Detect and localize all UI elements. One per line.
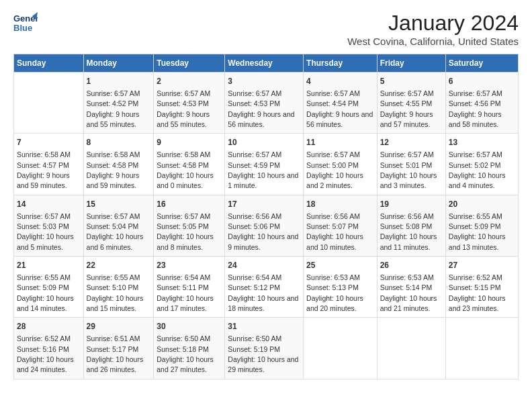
table-row: 20Sunrise: 6:55 AMSunset: 5:09 PMDayligh…	[445, 195, 518, 256]
sunset-text: Sunset: 5:17 PM	[87, 345, 139, 353]
sunrise-text: Sunrise: 6:54 AM	[157, 273, 210, 281]
sunset-text: Sunset: 5:05 PM	[157, 222, 209, 230]
sunrise-text: Sunrise: 6:52 AM	[449, 273, 502, 281]
daylight-text: Daylight: 9 hours and 55 minutes.	[87, 110, 140, 128]
sunrise-text: Sunrise: 6:57 AM	[380, 150, 434, 158]
sunset-text: Sunset: 4:53 PM	[228, 99, 280, 107]
sunrise-text: Sunrise: 6:55 AM	[449, 212, 502, 220]
day-number: 20	[449, 199, 515, 210]
sunset-text: Sunset: 5:03 PM	[17, 222, 69, 230]
table-row: 19Sunrise: 6:56 AMSunset: 5:08 PMDayligh…	[377, 195, 445, 256]
table-row: 14Sunrise: 6:57 AMSunset: 5:03 PMDayligh…	[14, 195, 84, 256]
daylight-text: Daylight: 9 hours and 56 minutes.	[228, 110, 294, 128]
day-number: 16	[157, 199, 222, 210]
sunrise-text: Sunrise: 6:57 AM	[157, 212, 210, 220]
sunrise-text: Sunrise: 6:56 AM	[306, 212, 360, 220]
sunrise-text: Sunrise: 6:55 AM	[87, 273, 140, 281]
daylight-text: Daylight: 9 hours and 57 minutes.	[380, 110, 433, 128]
daylight-text: Daylight: 10 hours and 27 minutes.	[157, 355, 214, 373]
day-number: 26	[380, 260, 443, 271]
sunrise-text: Sunrise: 6:58 AM	[157, 150, 210, 158]
sunset-text: Sunset: 4:57 PM	[17, 161, 69, 169]
sunset-text: Sunset: 4:56 PM	[449, 99, 501, 107]
sunrise-text: Sunrise: 6:57 AM	[306, 150, 360, 158]
table-row: 7Sunrise: 6:58 AMSunset: 4:57 PMDaylight…	[14, 134, 84, 195]
daylight-text: Daylight: 10 hours and 23 minutes.	[449, 294, 506, 312]
table-row: 25Sunrise: 6:53 AMSunset: 5:13 PMDayligh…	[304, 257, 378, 318]
table-row: 9Sunrise: 6:58 AMSunset: 4:58 PMDaylight…	[154, 134, 225, 195]
day-number: 30	[157, 321, 222, 332]
daylight-text: Daylight: 10 hours and 11 minutes.	[380, 232, 437, 250]
daylight-text: Daylight: 10 hours and 1 minute.	[228, 171, 298, 189]
daylight-text: Daylight: 9 hours and 59 minutes.	[17, 171, 70, 189]
sunset-text: Sunset: 5:07 PM	[306, 222, 359, 230]
daylight-text: Daylight: 10 hours and 13 minutes.	[449, 232, 506, 250]
day-number: 29	[87, 321, 151, 332]
day-number: 23	[157, 260, 222, 271]
day-number: 14	[17, 199, 81, 210]
daylight-text: Daylight: 10 hours and 8 minutes.	[157, 232, 214, 250]
day-number: 19	[380, 199, 443, 210]
day-number: 7	[17, 137, 81, 148]
table-row: 27Sunrise: 6:52 AMSunset: 5:15 PMDayligh…	[445, 257, 518, 318]
table-row: 29Sunrise: 6:51 AMSunset: 5:17 PMDayligh…	[83, 318, 154, 379]
day-number: 4	[306, 76, 374, 87]
table-row: 23Sunrise: 6:54 AMSunset: 5:11 PMDayligh…	[154, 257, 225, 318]
sunset-text: Sunset: 5:18 PM	[157, 345, 209, 353]
sunset-text: Sunset: 5:09 PM	[17, 283, 69, 291]
sunset-text: Sunset: 4:52 PM	[87, 99, 139, 107]
sunset-text: Sunset: 5:12 PM	[228, 283, 280, 291]
table-row	[14, 73, 84, 134]
sunrise-text: Sunrise: 6:57 AM	[228, 89, 281, 97]
table-row	[304, 318, 378, 379]
daylight-text: Daylight: 10 hours and 15 minutes.	[87, 294, 144, 312]
day-number: 17	[228, 199, 300, 210]
daylight-text: Daylight: 10 hours and 2 minutes.	[306, 171, 363, 189]
sunset-text: Sunset: 5:19 PM	[228, 345, 280, 353]
sunset-text: Sunset: 5:01 PM	[380, 161, 433, 169]
header-monday: Monday	[83, 54, 154, 73]
sunset-text: Sunset: 5:11 PM	[157, 283, 209, 291]
sunrise-text: Sunrise: 6:53 AM	[380, 273, 434, 281]
table-row: 3Sunrise: 6:57 AMSunset: 4:53 PMDaylight…	[225, 73, 304, 134]
day-number: 15	[87, 199, 151, 210]
day-number: 3	[228, 76, 300, 87]
table-row: 10Sunrise: 6:57 AMSunset: 4:59 PMDayligh…	[225, 134, 304, 195]
day-number: 13	[449, 137, 515, 148]
calendar-week-row: 1Sunrise: 6:57 AMSunset: 4:52 PMDaylight…	[14, 73, 519, 134]
sunrise-text: Sunrise: 6:57 AM	[380, 89, 434, 97]
daylight-text: Daylight: 10 hours and 24 minutes.	[17, 355, 74, 373]
header-sunday: Sunday	[14, 54, 84, 73]
daylight-text: Daylight: 10 hours and 0 minutes.	[157, 171, 214, 189]
day-number: 22	[87, 260, 151, 271]
calendar-week-row: 7Sunrise: 6:58 AMSunset: 4:57 PMDaylight…	[14, 134, 519, 195]
calendar-week-row: 14Sunrise: 6:57 AMSunset: 5:03 PMDayligh…	[14, 195, 519, 256]
table-row: 31Sunrise: 6:50 AMSunset: 5:19 PMDayligh…	[225, 318, 304, 379]
daylight-text: Daylight: 10 hours and 9 minutes.	[228, 232, 298, 250]
sunset-text: Sunset: 5:09 PM	[449, 222, 501, 230]
sunset-text: Sunset: 4:58 PM	[157, 161, 209, 169]
day-number: 9	[157, 137, 222, 148]
table-row	[445, 318, 518, 379]
calendar-week-row: 21Sunrise: 6:55 AMSunset: 5:09 PMDayligh…	[14, 257, 519, 318]
day-number: 18	[306, 199, 374, 210]
logo-icon: General Blue	[13, 11, 38, 35]
daylight-text: Daylight: 10 hours and 21 minutes.	[380, 294, 437, 312]
table-row: 13Sunrise: 6:57 AMSunset: 5:02 PMDayligh…	[445, 134, 518, 195]
table-row: 18Sunrise: 6:56 AMSunset: 5:07 PMDayligh…	[304, 195, 378, 256]
sunrise-text: Sunrise: 6:57 AM	[87, 89, 140, 97]
header-thursday: Thursday	[304, 54, 378, 73]
day-number: 28	[17, 321, 81, 332]
sunset-text: Sunset: 4:54 PM	[306, 99, 359, 107]
day-number: 24	[228, 260, 300, 271]
sunrise-text: Sunrise: 6:54 AM	[228, 273, 281, 281]
table-row: 30Sunrise: 6:50 AMSunset: 5:18 PMDayligh…	[154, 318, 225, 379]
header-wednesday: Wednesday	[225, 54, 304, 73]
sunset-text: Sunset: 5:10 PM	[87, 283, 139, 291]
sunrise-text: Sunrise: 6:58 AM	[87, 150, 140, 158]
daylight-text: Daylight: 9 hours and 59 minutes.	[87, 171, 140, 189]
sunset-text: Sunset: 4:53 PM	[157, 99, 209, 107]
daylight-text: Daylight: 10 hours and 5 minutes.	[17, 232, 74, 250]
page-title: January 2024	[347, 11, 519, 36]
title-area: January 2024 West Covina, California, Un…	[347, 11, 519, 47]
